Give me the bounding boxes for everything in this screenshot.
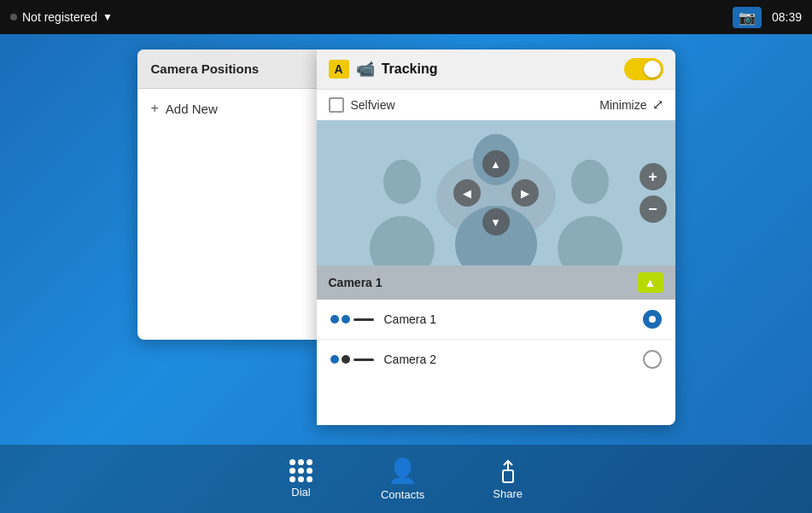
dot-blue <box>330 315 339 324</box>
camera-line-2 <box>353 359 374 361</box>
camera-up-arrow-button[interactable]: ▲ <box>638 272 663 293</box>
svg-rect-6 <box>503 470 513 482</box>
selfview-left: Selfview <box>329 97 395 113</box>
minimize-label: Minimize <box>599 98 646 112</box>
svg-point-4 <box>571 160 609 204</box>
radio-inner <box>649 316 656 323</box>
plus-icon: + <box>151 101 159 116</box>
dot-dark <box>342 355 350 364</box>
minimize-button[interactable]: Minimize ⤢ <box>599 96 663 113</box>
svg-point-0 <box>383 160 421 204</box>
selfview-checkbox[interactable] <box>329 97 344 113</box>
share-nav-item[interactable]: Share <box>493 458 523 500</box>
dropdown-arrow-icon[interactable]: ▼ <box>102 11 113 23</box>
camera-row[interactable]: Camera 1 <box>317 300 675 340</box>
dial-nav-item[interactable]: Dial <box>289 459 313 498</box>
dial-label: Dial <box>291 486 310 498</box>
camera-2-dots <box>330 355 350 364</box>
top-bar: Not registered ▼ 📷 08:39 <box>0 0 812 34</box>
signal-icon <box>10 14 17 20</box>
add-new-button[interactable]: + Add New <box>137 89 317 128</box>
svg-point-1 <box>370 216 435 265</box>
zoom-buttons: + − <box>640 163 667 223</box>
camera-preview: ▲ ▼ ◀ ▶ + − <box>317 120 675 265</box>
status-text: Not registered <box>22 10 97 24</box>
silhouette-left <box>368 154 436 265</box>
camera-positions-panel: Camera Positions + Add New <box>137 50 317 340</box>
silhouette-right <box>556 154 624 265</box>
dot-blue-3 <box>330 355 339 364</box>
video-camera-icon: 📹 <box>356 60 375 79</box>
dpad-right-button[interactable]: ▶ <box>511 179 539 207</box>
contacts-label: Contacts <box>381 488 424 501</box>
dpad-left-button[interactable]: ◀ <box>453 179 481 207</box>
camera-icon: 📷 <box>733 7 762 28</box>
silhouettes: ▲ ▼ ◀ ▶ + − <box>317 120 675 265</box>
camera-2-name: Camera 2 <box>384 353 643 366</box>
tracking-left: A 📹 Tracking <box>329 60 438 79</box>
tracking-label: Tracking <box>382 61 438 77</box>
camera-1-radio[interactable] <box>643 310 662 329</box>
dot-blue-2 <box>342 315 350 324</box>
clock: 08:39 <box>772 10 802 24</box>
share-label: Share <box>493 487 523 500</box>
svg-point-5 <box>558 216 622 265</box>
selfview-label: Selfview <box>351 98 395 112</box>
add-new-label: Add New <box>166 102 218 116</box>
camera-list: Camera 1 Camera 2 <box>317 300 675 379</box>
share-icon <box>495 458 521 484</box>
bottom-nav: Dial 👤 Contacts Share <box>0 445 812 513</box>
right-panel: A 📹 Tracking Selfview Minimize ⤢ <box>317 50 675 425</box>
ak-badge: A <box>329 60 349 79</box>
zoom-out-button[interactable]: − <box>640 195 667 223</box>
camera-label-bar: Camera 1 ▲ <box>317 265 675 300</box>
camera-2-radio[interactable] <box>643 350 662 369</box>
tracking-toggle[interactable] <box>624 58 663 80</box>
tracking-header: A 📹 Tracking <box>317 50 675 90</box>
status-area: Not registered ▼ <box>10 10 113 24</box>
dial-icon <box>289 459 313 482</box>
selfview-bar: Selfview Minimize ⤢ <box>317 90 675 120</box>
camera-line <box>353 318 374 321</box>
camera-positions-header: Camera Positions <box>137 50 317 89</box>
camera-1-dots <box>330 315 350 324</box>
contacts-icon: 👤 <box>388 457 418 485</box>
dpad: ▲ ▼ ◀ ▶ <box>453 150 539 236</box>
dpad-up-button[interactable]: ▲ <box>482 150 510 178</box>
minimize-icon: ⤢ <box>652 96 663 113</box>
camera-row-2[interactable]: Camera 2 <box>317 340 675 379</box>
dpad-container: ▲ ▼ ◀ ▶ <box>453 150 539 236</box>
dpad-down-button[interactable]: ▼ <box>482 208 510 236</box>
main-content: Camera Positions + Add New A 📹 Tracking … <box>0 34 812 513</box>
top-bar-right: 📷 08:39 <box>733 7 802 28</box>
zoom-in-button[interactable]: + <box>640 163 667 190</box>
toggle-knob <box>644 61 661 78</box>
contacts-nav-item[interactable]: 👤 Contacts <box>381 457 424 501</box>
camera-label-text: Camera 1 <box>329 276 383 289</box>
camera-1-name: Camera 1 <box>384 312 643 326</box>
camera-positions-title: Camera Positions <box>151 61 260 76</box>
